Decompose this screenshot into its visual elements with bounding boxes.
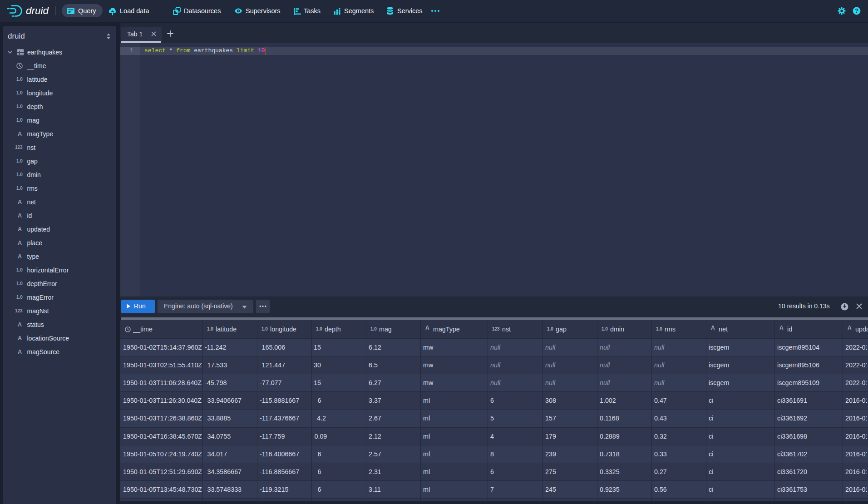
svg-text:?: ?	[855, 8, 858, 14]
